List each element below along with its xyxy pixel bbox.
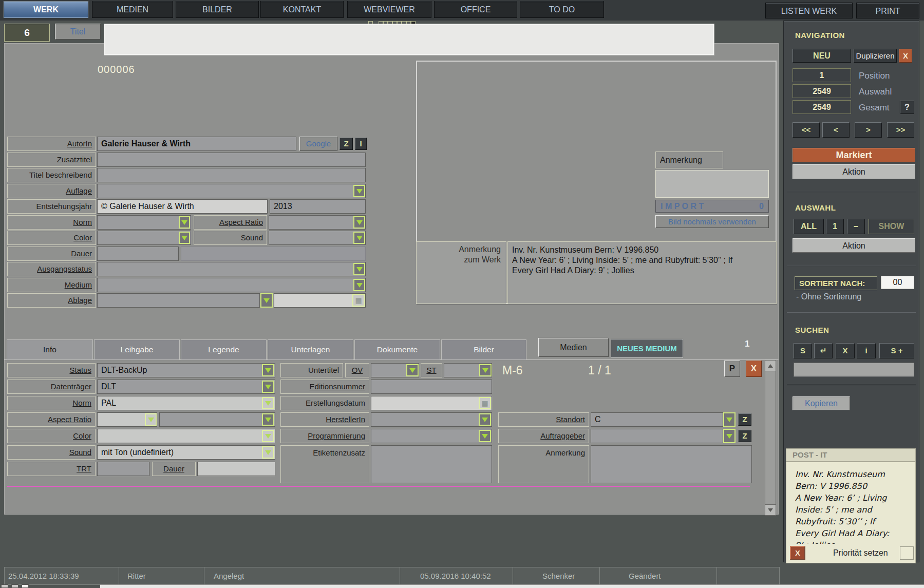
entstehungsjahr-field[interactable]: © Galerie Hauser & Wirth [97,199,268,214]
tab-webviewer[interactable]: WEBVIEWER [347,1,431,18]
medium-field[interactable] [97,278,366,292]
herstellerin-field[interactable] [371,412,492,427]
subtab-unterlagen[interactable]: Unterlagen [268,339,353,360]
autorin-field[interactable]: Galerie Hauser & Wirth [97,137,296,151]
subtab-leihgabe[interactable]: Leihgabe [94,339,180,360]
auflage-dropdown[interactable] [353,185,365,197]
markiert-button[interactable]: Markiert [793,148,915,162]
search-info-button[interactable]: i [857,343,876,358]
medium-sound-field[interactable]: mit Ton (undefiniert) [97,445,275,460]
delete-medium-button[interactable]: X [746,361,762,377]
medium-norm-dropdown[interactable] [262,397,274,409]
search-input[interactable] [794,363,914,376]
prioritaet-checkbox[interactable] [900,546,914,560]
status-field[interactable]: DLT-BackUp [97,363,275,377]
medium-anmerkung-field[interactable] [591,445,752,483]
herstellerin-dropdown[interactable] [479,413,491,426]
gesamt-value[interactable]: 2549 [793,100,851,114]
sound-dropdown[interactable] [353,232,365,244]
sortiert-nach-button[interactable]: SORTIERT NACH: [795,276,877,290]
medien-button[interactable]: Medien [538,338,609,357]
standort-field[interactable]: C [591,412,723,427]
ausgangsstatus-dropdown[interactable] [353,263,365,275]
auftraggeber-z-button[interactable]: Z [738,430,751,442]
search-button[interactable]: S [794,343,812,358]
medium-aspect-field-2[interactable] [159,412,275,427]
help-button[interactable]: ? [900,101,914,114]
kopieren-button[interactable]: Kopieren [793,396,850,410]
taskbar-icon[interactable] [11,584,18,588]
aspect-ratio-field[interactable] [269,215,366,230]
nav-last-button[interactable]: >> [887,122,914,138]
werk-title-field[interactable] [104,24,714,55]
st-dropdown[interactable] [479,364,492,376]
medium-sound-dropdown[interactable] [262,446,274,459]
programmierung-field[interactable] [371,429,492,443]
scroll-up-button[interactable] [765,360,776,371]
datentraeger-field[interactable]: DLT [97,380,275,394]
subtab-bilder[interactable]: Bilder [441,339,526,360]
all-button[interactable]: ALL [794,219,824,234]
nav-aktion-button[interactable]: Aktion [793,164,915,179]
color-field[interactable] [97,231,191,245]
erstellungsdatum-field[interactable] [371,396,492,410]
sortiert-value-field[interactable]: 00 [881,276,914,289]
medium-color-dropdown[interactable] [262,430,274,442]
duplizieren-button[interactable]: Duplizieren [854,49,897,63]
standort-z-button[interactable]: Z [738,413,751,426]
z-button[interactable]: Z [340,138,353,150]
search-enter-button[interactable]: ↵ [814,343,833,358]
titel-button[interactable]: Titel [55,24,101,40]
neu-button[interactable]: NEU [793,49,851,63]
werk-anmerkung-field[interactable]: Inv. Nr. Kunstmuseum Bern: V 1996.850 A … [507,241,777,304]
google-button[interactable]: Google [299,137,337,151]
i-button[interactable]: I [355,138,367,150]
import-button[interactable]: I M P O R T 0 [655,200,769,213]
aspect-ratio-dropdown[interactable] [353,216,365,229]
dauer-field[interactable] [97,246,179,261]
color-dropdown[interactable] [179,232,190,244]
tab-bilder[interactable]: BILDER [176,1,259,18]
record-number-field[interactable]: 6 [4,24,50,42]
entstehungsjahr-year-field[interactable]: 2013 [270,199,366,214]
datentraeger-dropdown[interactable] [262,381,274,393]
medium-aspect-dropdown-2[interactable] [262,413,274,426]
norm-dropdown[interactable] [179,216,190,229]
medium-color-field[interactable] [97,429,275,443]
taskbar-icon[interactable] [22,584,29,588]
status-dropdown[interactable] [262,364,274,376]
tab-todo[interactable]: TO DO [520,1,604,18]
auftraggeber-field[interactable] [591,429,723,443]
print-button[interactable]: PRINT [856,3,919,18]
show-button[interactable]: SHOW [869,219,914,234]
erstellungsdatum-calendar-icon[interactable]: ▦ [479,397,491,409]
nav-next-button[interactable]: > [855,122,882,138]
ausgangsstatus-field[interactable] [97,262,366,276]
auswahl-value[interactable]: 2549 [793,84,851,98]
position-value[interactable]: 1 [793,68,851,82]
zusatztitel-field[interactable] [97,153,366,167]
editionsnummer-field[interactable] [371,380,492,394]
norm-field[interactable] [97,215,191,230]
scroll-down-button[interactable] [765,504,776,516]
nav-prev-button[interactable]: < [822,122,850,138]
standort-dropdown[interactable] [723,412,736,427]
reuse-image-button[interactable]: Bild nochmals verwenden [655,215,769,228]
auftraggeber-dropdown[interactable] [723,429,736,443]
tab-kontakt[interactable]: KONTAKT [260,1,344,18]
postit-note[interactable]: Inv. Nr. Kunstmuseum Bern: V 1996.850 A … [795,468,911,544]
ablage-field[interactable] [97,293,260,308]
delete-record-button[interactable]: X [899,49,912,63]
tab-office[interactable]: OFFICE [434,1,517,18]
medium-dropdown[interactable] [353,279,365,291]
nav-first-button[interactable]: << [793,122,820,138]
medium-scrollbar[interactable] [765,360,776,516]
subtab-legende[interactable]: Legende [181,339,267,360]
ablage-dropdown[interactable] [260,293,273,308]
ov-dropdown[interactable] [406,364,419,376]
one-button[interactable]: 1 [826,219,844,234]
auswahl-aktion-button[interactable]: Aktion [793,238,915,253]
tab-werk[interactable]: WERK [4,1,88,18]
listen-werk-button[interactable]: LISTEN WERK [765,3,853,18]
trt-field[interactable] [97,462,149,476]
